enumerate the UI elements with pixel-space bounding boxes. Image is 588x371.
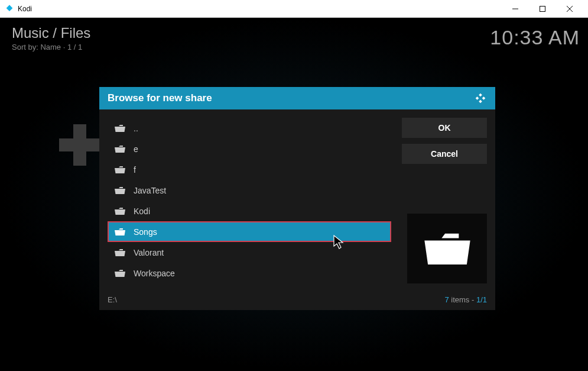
current-path: E:\ xyxy=(108,295,444,304)
file-item[interactable]: Kodi xyxy=(108,201,391,221)
minimize-button[interactable] xyxy=(502,0,529,18)
folder-preview-icon xyxy=(424,231,470,266)
page-indicator: 1 / 1 xyxy=(67,43,82,51)
file-item-label: JavaTest xyxy=(134,186,166,195)
folder-icon xyxy=(115,269,125,278)
folder-icon xyxy=(115,145,125,153)
window-titlebar: Kodi xyxy=(0,0,588,18)
file-item-label: Songs xyxy=(134,227,157,237)
file-item-label: f xyxy=(134,165,136,175)
dialog-footer: E:\ 7 items - 1/1 xyxy=(99,292,495,310)
file-item[interactable]: e xyxy=(108,138,391,159)
file-list: .. e f JavaTest Kodi Songs Valor xyxy=(108,118,391,283)
file-item-label: Kodi xyxy=(134,207,150,216)
svg-rect-1 xyxy=(540,6,545,11)
file-item[interactable]: f xyxy=(108,159,391,180)
subheader: Sort by: Name · 1 / 1 xyxy=(12,43,90,51)
file-item-label: .. xyxy=(134,124,138,133)
dialog-title: Browse for new share xyxy=(108,92,474,104)
window-title: Kodi xyxy=(18,5,502,13)
file-item-label: Workspace xyxy=(134,269,175,278)
file-item[interactable]: Songs xyxy=(108,221,391,242)
file-item-label: Valorant xyxy=(134,248,164,257)
add-source-icon[interactable] xyxy=(59,124,100,166)
file-item[interactable]: JavaTest xyxy=(108,180,391,201)
preview-box xyxy=(407,214,487,283)
cancel-button[interactable]: Cancel xyxy=(402,144,487,164)
folder-icon xyxy=(115,249,125,257)
file-item[interactable]: Workspace xyxy=(108,263,391,283)
close-button[interactable] xyxy=(556,0,583,18)
folder-icon xyxy=(115,166,125,174)
kodi-logo-icon xyxy=(474,92,487,105)
dialog-header: Browse for new share xyxy=(99,87,495,109)
file-item-label: e xyxy=(134,144,138,154)
folder-icon xyxy=(115,124,125,133)
file-item[interactable]: .. xyxy=(108,118,391,138)
browse-dialog: Browse for new share .. e f JavaTest xyxy=(99,87,495,310)
folder-icon xyxy=(115,228,125,236)
sort-label[interactable]: Sort by: Name xyxy=(12,43,61,51)
maximize-button[interactable] xyxy=(529,0,556,18)
kodi-app-icon xyxy=(5,4,14,14)
clock: 10:33 AM xyxy=(490,26,580,49)
folder-icon xyxy=(115,186,125,195)
breadcrumb: Music / Files xyxy=(12,25,90,41)
item-count: 7 items - 1/1 xyxy=(444,295,487,304)
ok-button[interactable]: OK xyxy=(402,118,487,138)
app-content: Music / Files Sort by: Name · 1 / 1 10:3… xyxy=(0,18,588,371)
file-item[interactable]: Valorant xyxy=(108,242,391,263)
folder-icon xyxy=(115,207,125,215)
